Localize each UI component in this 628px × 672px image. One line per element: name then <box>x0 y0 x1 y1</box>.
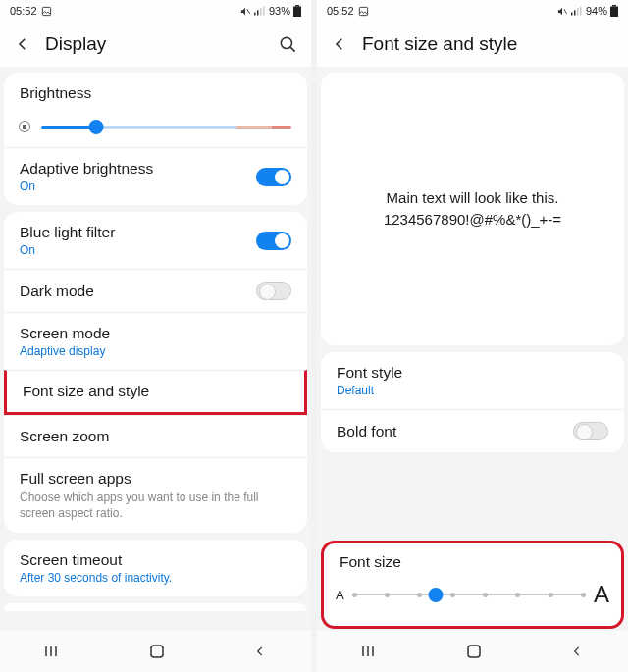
font-preview-card: Main text will look like this. 123456789… <box>321 73 624 345</box>
page-title: Font size and style <box>362 33 614 55</box>
status-time: 05:52 <box>327 5 354 17</box>
svg-rect-17 <box>574 10 576 15</box>
status-bar: 05:52 93% <box>0 0 311 22</box>
dark-mode-toggle[interactable] <box>256 282 291 300</box>
search-icon[interactable] <box>279 35 297 54</box>
svg-rect-3 <box>257 10 259 15</box>
svg-rect-5 <box>263 7 265 16</box>
back-icon[interactable] <box>14 35 31 53</box>
svg-rect-7 <box>293 7 301 18</box>
nav-bar <box>0 629 311 672</box>
image-icon <box>41 6 52 17</box>
screen-zoom-row[interactable]: Screen zoom <box>4 415 307 457</box>
svg-rect-21 <box>610 7 618 18</box>
adaptive-brightness-label: Adaptive brightness <box>20 160 153 178</box>
font-size-thumb[interactable] <box>429 588 444 602</box>
status-time: 05:52 <box>10 5 37 17</box>
blue-light-toggle[interactable] <box>256 232 291 250</box>
font-style-sub: Default <box>337 384 402 397</box>
svg-rect-4 <box>260 8 262 16</box>
blue-light-sub: On <box>20 243 115 257</box>
screen-mode-row[interactable]: Screen mode Adaptive display <box>4 312 307 370</box>
back-icon[interactable] <box>331 35 348 53</box>
page-title: Display <box>45 33 265 55</box>
svg-rect-2 <box>254 13 256 16</box>
home-button[interactable] <box>149 644 165 659</box>
brightness-thumb[interactable] <box>89 120 104 134</box>
blue-light-row[interactable]: Blue light filter On <box>4 212 307 269</box>
battery-percent: 94% <box>586 5 607 17</box>
recents-button[interactable] <box>361 645 379 658</box>
adaptive-brightness-toggle[interactable] <box>256 168 291 186</box>
svg-line-15 <box>564 9 567 14</box>
font-size-style-row[interactable]: Font size and style <box>4 370 307 415</box>
full-screen-desc: Choose which apps you want to use in the… <box>20 490 291 521</box>
signal-icon <box>571 6 583 16</box>
mute-icon <box>556 6 568 17</box>
font-size-min-label: A <box>336 588 344 602</box>
adaptive-brightness-row[interactable]: Adaptive brightness On <box>4 147 307 205</box>
font-size-max-label: A <box>594 581 609 608</box>
screen-zoom-label: Screen zoom <box>20 428 109 445</box>
battery-percent: 93% <box>269 5 290 17</box>
svg-rect-14 <box>359 7 367 15</box>
svg-rect-25 <box>468 646 480 657</box>
svg-line-1 <box>247 9 250 14</box>
screen-timeout-label: Screen timeout <box>20 551 172 569</box>
screen-mode-label: Screen mode <box>20 325 110 342</box>
brightness-icon <box>20 122 29 131</box>
image-icon <box>358 6 369 17</box>
screen-mode-sub: Adaptive display <box>20 344 110 358</box>
screen-timeout-row[interactable]: Screen timeout After 30 seconds of inact… <box>4 540 307 596</box>
font-options-card: Font style Default Bold font <box>321 352 624 452</box>
font-size-card: Font size A A <box>321 541 624 629</box>
recents-button[interactable] <box>44 645 62 658</box>
svg-line-9 <box>290 46 295 51</box>
battery-icon <box>293 5 301 17</box>
display-card: Blue light filter On Dark mode Screen mo… <box>4 212 307 533</box>
font-size-slider-row: A A <box>336 581 609 608</box>
nav-bar <box>317 629 628 672</box>
battery-icon <box>610 5 618 17</box>
bold-font-row[interactable]: Bold font <box>321 409 624 452</box>
full-screen-apps-row[interactable]: Full screen apps Choose which apps you w… <box>4 457 307 533</box>
status-bar: 05:52 94% <box>317 0 628 22</box>
dark-mode-row[interactable]: Dark mode <box>4 269 307 312</box>
font-size-label: Font size <box>336 553 609 571</box>
adaptive-brightness-sub: On <box>20 180 153 193</box>
back-button[interactable] <box>570 645 584 658</box>
screen-timeout-sub: After 30 seconds of inactivity. <box>20 571 172 585</box>
back-button[interactable] <box>253 645 267 658</box>
next-card-peek <box>4 603 307 611</box>
display-settings-screen: 05:52 93% Display Brightness <box>0 0 311 672</box>
blue-light-label: Blue light filter <box>20 224 115 241</box>
dark-mode-label: Dark mode <box>20 283 94 300</box>
font-size-slider[interactable] <box>352 594 586 595</box>
bold-font-label: Bold font <box>337 423 396 440</box>
svg-rect-20 <box>612 5 616 7</box>
bold-font-toggle[interactable] <box>573 422 608 440</box>
font-style-label: Font style <box>337 364 402 382</box>
mute-icon <box>239 6 251 17</box>
svg-point-8 <box>281 37 291 48</box>
brightness-slider[interactable] <box>41 126 291 129</box>
svg-rect-18 <box>577 8 579 16</box>
signal-icon <box>254 6 266 16</box>
svg-rect-0 <box>42 7 50 15</box>
svg-rect-6 <box>295 5 299 7</box>
header: Display <box>0 22 311 67</box>
brightness-card: Brightness Adaptive brightness On <box>4 73 307 205</box>
svg-rect-19 <box>580 7 582 16</box>
brightness-slider-row <box>4 114 307 147</box>
timeout-card: Screen timeout After 30 seconds of inact… <box>4 540 307 596</box>
font-size-style-label: Font size and style <box>23 383 149 400</box>
brightness-label: Brightness <box>20 84 91 102</box>
preview-line2: 1234567890!@#%&*()_+-= <box>384 209 561 232</box>
header: Font size and style <box>317 22 628 67</box>
font-style-row[interactable]: Font style Default <box>321 352 624 409</box>
preview-line1: Main text will look like this. <box>387 187 559 210</box>
svg-rect-16 <box>571 13 573 16</box>
font-settings-screen: 05:52 94% Font size and style Main text … <box>317 0 628 672</box>
home-button[interactable] <box>466 644 482 659</box>
full-screen-label: Full screen apps <box>20 470 291 488</box>
